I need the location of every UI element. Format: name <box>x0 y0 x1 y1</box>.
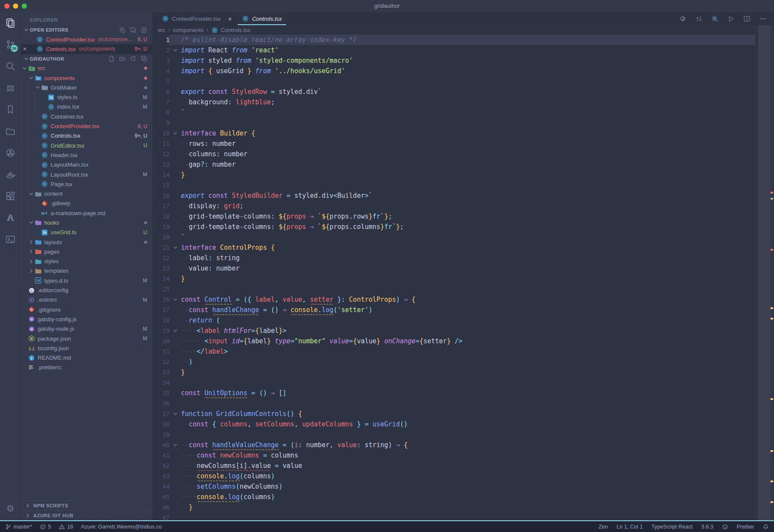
open-editor-item[interactable]: ContextProvider.tsxsrc/compone...6, U <box>21 35 152 44</box>
status-zen[interactable]: Zen <box>599 524 608 530</box>
code-line-43[interactable]: 43····console.log(columns) <box>152 471 755 481</box>
tree-item-layoutmain-tsx[interactable]: LayoutMain.tsx <box>21 160 152 170</box>
refresh-icon[interactable] <box>130 55 136 62</box>
tree-item-tsconfig-json[interactable]: {..}tsconfig.json <box>21 343 152 353</box>
tree-item-pages[interactable]: pages <box>21 247 152 256</box>
new-editor-group-icon[interactable] <box>119 27 126 33</box>
scrollbar-slider[interactable] <box>758 25 771 520</box>
code-line-26[interactable]: 26const Control = ({ label, value, sette… <box>152 294 755 305</box>
activity-search-icon[interactable] <box>0 55 21 77</box>
tree-item-index-tsx[interactable]: index.tsxM <box>21 102 152 112</box>
tree-item--gitignore[interactable]: .gitignore <box>21 305 152 314</box>
activity-powershell-icon[interactable] <box>0 229 21 250</box>
close-all-icon[interactable] <box>141 27 147 33</box>
tree-item-hooks[interactable]: hooks <box>21 218 152 227</box>
tree-item-styles-ts[interactable]: TSstyles.tsM <box>21 92 152 102</box>
open-editors-header[interactable]: OPEN EDITORS <box>21 25 152 35</box>
close-editor-icon[interactable]: × <box>21 45 28 52</box>
tree-item-components[interactable]: components <box>21 73 152 83</box>
activity-docker-icon[interactable] <box>0 164 21 185</box>
tree-item-types-d-ts[interactable]: TStypes.d.tsM <box>21 276 152 285</box>
code-line-27[interactable]: 27··const handleChange = () ⇒ console.lo… <box>152 305 755 315</box>
tree-item-styles[interactable]: styles <box>21 257 152 266</box>
code-line-7[interactable]: 7··background: lightblue; <box>152 97 755 107</box>
tree-item-content[interactable]: content <box>21 189 152 198</box>
code-line-5[interactable]: 5 <box>152 76 755 87</box>
code-line-42[interactable]: 42····newColumns[i].value = value <box>152 461 755 471</box>
code-line-15[interactable]: 15 <box>152 180 755 190</box>
breadcrumb-item[interactable]: components <box>173 27 203 33</box>
tree-item-page-tsx[interactable]: Page.tsx <box>21 179 152 189</box>
code-line-9[interactable]: 9 <box>152 118 755 128</box>
code-line-13[interactable]: 13··gap?: number <box>152 159 755 170</box>
code-line-25[interactable]: 25 <box>152 284 755 294</box>
tree-item-controls-tsx[interactable]: Controls.tsx9+, U <box>21 131 152 141</box>
open-editor-item[interactable]: ×Controls.tsxsrc/components9+, U <box>21 44 152 54</box>
code-line-45[interactable]: 45····console.log(columns) <box>152 492 755 502</box>
tree-item--eslintrc[interactable]: .eslintrcM <box>21 295 152 305</box>
tree-item-src[interactable]: </>src <box>21 64 152 73</box>
status-ts-version[interactable]: 3.6.3 <box>701 524 713 530</box>
tree-item--gitkeep[interactable]: .gitkeep <box>21 199 152 208</box>
code-line-10[interactable]: 10interface Builder { <box>152 128 755 139</box>
code-line-16[interactable]: 16export const StyledBuilder = styled.di… <box>152 190 755 201</box>
code-line-40[interactable]: 40··const handleValueChange = (i: number… <box>152 440 755 450</box>
activity-debug-icon[interactable] <box>0 77 21 99</box>
code-editor[interactable]: 1/* eslint-disable react/no-array-index-… <box>152 35 774 520</box>
tree-item-contextprovider-tsx[interactable]: ContextProvider.tsx6, U <box>21 121 152 131</box>
tree-item-layouts[interactable]: layouts <box>21 237 152 247</box>
code-line-3[interactable]: 3import styled from 'styled-components/m… <box>152 55 755 66</box>
open-changes-icon[interactable] <box>694 14 703 23</box>
activity-bookmarks-icon[interactable] <box>0 99 21 120</box>
code-line-8[interactable]: 8` <box>152 107 755 118</box>
status-git-branch[interactable]: master* <box>5 524 32 530</box>
fold-chevron-icon[interactable] <box>170 242 181 253</box>
code-line-30[interactable]: 30······<input id={label} type="number" … <box>152 336 755 346</box>
status-azure-account[interactable]: Azure: Garrett.Weems@tridius.co <box>81 524 162 530</box>
code-line-20[interactable]: 20` <box>152 232 755 242</box>
code-line-23[interactable]: 23··value: number <box>152 263 755 274</box>
code-line-12[interactable]: 12··columns: number <box>152 149 755 159</box>
code-line-36[interactable]: 36 <box>152 398 755 409</box>
status-formatter[interactable]: Prettier <box>737 524 754 530</box>
project-header[interactable]: GRIDAUTHOR <box>21 54 152 64</box>
status-errors[interactable]: 5 <box>40 524 51 530</box>
breadcrumb[interactable]: src›components›Controls.tsx <box>152 25 774 35</box>
tree-item-layoutroot-tsx[interactable]: LayoutRoot.tsxM <box>21 170 152 179</box>
code-line-2[interactable]: 2import React from 'react' <box>152 45 755 55</box>
tree-item-a-markdown-page-md[interactable]: Ma-markdown-page.md <box>21 208 152 218</box>
collapse-all-icon[interactable] <box>141 55 147 62</box>
code-line-44[interactable]: 44····setColumns(newColumns) <box>152 481 755 492</box>
status-notifications[interactable] <box>763 524 769 530</box>
code-line-29[interactable]: 29····<label htmlFor={label}> <box>152 326 755 336</box>
code-line-39[interactable]: 39 <box>152 429 755 440</box>
code-line-35[interactable]: 35const UnitOptions = () ⇒ [] <box>152 388 755 398</box>
tree-item-container-tsx[interactable]: Container.tsx <box>21 112 152 121</box>
new-folder-icon[interactable] <box>119 55 126 62</box>
code-line-28[interactable]: 28··return ( <box>152 315 755 326</box>
tree-item--editorconfig[interactable]: .editorconfig <box>21 285 152 295</box>
split-editor-icon[interactable] <box>742 14 751 23</box>
code-line-38[interactable]: 38··const { columns, setColumns, updateC… <box>152 419 755 429</box>
fold-chevron-icon[interactable] <box>170 294 181 305</box>
code-line-37[interactable]: 37function GridColumnControls() { <box>152 409 755 419</box>
editor-scrollbar[interactable] <box>758 25 774 520</box>
code-line-18[interactable]: 18··grid-template-columns: ${props ⇒ `${… <box>152 211 755 222</box>
activity-explorer-icon[interactable] <box>0 12 21 34</box>
tree-item-usegrid-ts[interactable]: TSuseGrid.tsU <box>21 228 152 237</box>
settings-gear-icon[interactable]: ⚙ <box>0 500 21 516</box>
tree-item-package-json[interactable]: package.jsonM <box>21 334 152 343</box>
activity-history-icon[interactable] <box>0 142 21 164</box>
tree-item-header-tsx[interactable]: Header.tsx <box>21 150 152 160</box>
fold-chevron-icon[interactable] <box>170 409 181 419</box>
tree-item-gatsby-node-js[interactable]: Ggatsby-node.jsM <box>21 324 152 334</box>
tab-contextprovider-tsx[interactable]: ContextProvider.tsx× <box>157 12 237 25</box>
code-line-46[interactable]: 46··} <box>152 502 755 513</box>
activity-source-control-icon[interactable]: 20 <box>0 34 21 55</box>
section-npm-scripts[interactable]: NPM SCRIPTS <box>21 500 152 510</box>
run-file-icon[interactable] <box>726 14 735 23</box>
fold-chevron-icon[interactable] <box>170 45 181 55</box>
activity-azure-icon[interactable] <box>0 207 21 229</box>
code-line-1[interactable]: 1/* eslint-disable react/no-array-index-… <box>152 35 755 45</box>
code-line-32[interactable]: 32··) <box>152 357 755 367</box>
